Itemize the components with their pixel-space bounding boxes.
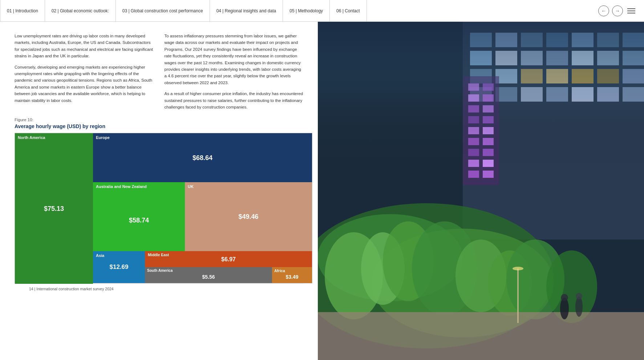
photo-image — [318, 22, 644, 360]
treemap-cell-uk: UK $49.46 — [185, 182, 312, 251]
asia-value: $12.69 — [110, 263, 129, 271]
treemap-chart: North America $75.13 Europe $68.64 Austr… — [15, 133, 312, 283]
svg-rect-68 — [318, 22, 644, 167]
treemap-row-middle: Australia and New Zealand $58.74 UK $49.… — [93, 182, 312, 251]
south-america-label: South America — [147, 269, 173, 273]
text-section: Low unemployment rates are driving up la… — [15, 33, 303, 110]
svg-point-67 — [513, 267, 523, 270]
uk-value: $49.46 — [238, 213, 258, 221]
treemap-cell-south-america: South America $5.56 — [145, 267, 272, 283]
europe-label: Europe — [96, 135, 110, 140]
text-para-1: Low unemployment rates are driving up la… — [15, 33, 154, 60]
nav-item-01[interactable]: 01 | Introduction — [0, 0, 45, 21]
middle-east-label: Middle East — [148, 253, 169, 257]
nav-item-04[interactable]: 04 | Regional insights and data — [210, 0, 283, 21]
text-para-3: To assess inflationary pressures stemmin… — [165, 33, 304, 86]
text-para-2: Conversely, developing and emerging mark… — [15, 64, 154, 104]
north-america-value: $75.13 — [44, 205, 64, 212]
prev-button[interactable]: ← — [598, 5, 609, 16]
treemap-right-col: Europe $68.64 Australia and New Zealand … — [93, 133, 312, 283]
svg-rect-66 — [517, 269, 519, 323]
nav-item-05[interactable]: 05 | Methodology — [283, 0, 330, 21]
svg-point-64 — [561, 294, 568, 301]
south-america-value: $5.56 — [202, 274, 215, 280]
text-col-left: Low unemployment rates are driving up la… — [15, 33, 154, 110]
nav-label-02: 02 | Global economic outlook: — [52, 8, 109, 13]
anz-label: Australia and New Zealand — [96, 184, 147, 189]
next-button[interactable]: → — [612, 5, 623, 16]
svg-rect-61 — [318, 312, 644, 360]
nav-bar: 01 | Introduction 02 | Global economic o… — [0, 0, 644, 22]
africa-value: $3.49 — [285, 274, 298, 280]
europe-value: $68.64 — [193, 154, 212, 161]
nav-label-06: 06 | Contact — [336, 8, 360, 13]
north-america-label: North America — [18, 135, 45, 140]
treemap-row-tiny: South America $5.56 Africa $3.49 — [145, 267, 312, 283]
treemap-cell-north-america: North America $75.13 — [15, 133, 93, 284]
page-footer: 14 | International construction market s… — [15, 283, 303, 294]
nav-item-02[interactable]: 02 | Global economic outlook: — [45, 0, 116, 21]
text-para-4: As a result of higher consumer price inf… — [165, 90, 304, 110]
treemap-small-col: Middle East $6.97 South America $5.56 Af… — [145, 251, 312, 283]
nav-label-04: 04 | Regional insights and data — [216, 8, 276, 13]
figure-title: Average hourly wage (USD) by region — [15, 123, 303, 129]
figure-label: Figure 10: — [15, 118, 303, 122]
svg-rect-48 — [483, 171, 494, 178]
uk-label: UK — [188, 184, 194, 189]
africa-label: Africa — [274, 269, 285, 273]
anz-value: $58.74 — [129, 216, 149, 224]
left-panel: Low unemployment rates are driving up la… — [0, 22, 318, 360]
nav-label-03: 03 | Global construction cost performanc… — [122, 8, 203, 13]
treemap-cell-middle-east: Middle East $6.97 — [145, 251, 312, 267]
middle-east-value: $6.97 — [221, 256, 236, 263]
text-col-right: To assess inflationary pressures stemmin… — [165, 33, 304, 110]
svg-rect-47 — [468, 171, 479, 178]
nav-item-03[interactable]: 03 | Global construction cost performanc… — [116, 0, 210, 21]
right-panel-photo — [318, 22, 644, 360]
svg-point-63 — [575, 296, 583, 317]
menu-button[interactable] — [626, 7, 637, 15]
treemap-cell-africa: Africa $3.49 — [272, 267, 312, 283]
main-content: Low unemployment rates are driving up la… — [0, 22, 644, 360]
nav-label-01: 01 | Introduction — [7, 8, 38, 13]
nav-item-06[interactable]: 06 | Contact — [330, 0, 367, 21]
treemap-cell-europe: Europe $68.64 — [93, 133, 312, 182]
treemap-cell-asia: Asia $12.69 — [93, 251, 145, 283]
nav-controls: ← → — [598, 0, 644, 21]
asia-label: Asia — [96, 253, 104, 258]
footer-text: 14 | International construction market s… — [29, 287, 114, 291]
treemap-row-bottom: Asia $12.69 Middle East $6.97 South Amer… — [93, 251, 312, 283]
svg-point-65 — [576, 293, 582, 299]
nav-label-05: 05 | Methodology — [289, 8, 323, 13]
treemap-cell-anz: Australia and New Zealand $58.74 — [93, 182, 185, 251]
